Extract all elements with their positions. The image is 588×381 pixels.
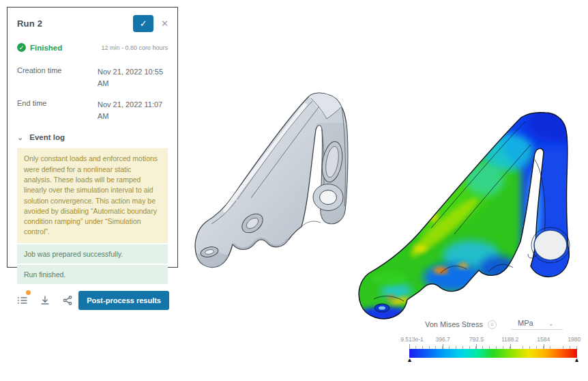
unit-value: MPa: [518, 319, 533, 327]
close-icon: ✕: [161, 18, 168, 29]
tick-label: 396.7: [436, 336, 450, 343]
tick-label: 1584: [537, 336, 550, 343]
event-log-title: Event log: [29, 133, 65, 141]
tick-label: 792.5: [469, 336, 484, 343]
creation-time-value: Nov 21, 2022 10:55 AM: [98, 66, 168, 89]
legend-field-label: Von Mises Stress: [425, 320, 483, 328]
run-duration-label: 12 min - 0.80 core hours: [101, 44, 168, 51]
share-icon: [62, 295, 73, 306]
notification-dot: [26, 290, 31, 295]
tick-label: 9.513e-1: [400, 336, 424, 343]
creation-time-row: Creation time Nov 21, 2022 10:55 AM: [8, 57, 177, 89]
results-model-image: [352, 94, 588, 328]
event-log-toggle[interactable]: ⌄ Event log: [8, 122, 177, 148]
results-lug-hole: [374, 304, 389, 312]
legend-scale: 9.513e-1 396.7 792.5 1188.2 1584 1980 ▲ …: [409, 336, 577, 365]
run-status-row: ✓ Finished 12 min - 0.80 core hours: [8, 38, 177, 52]
colorbar: [409, 349, 577, 358]
chevron-down-icon: ⌄: [548, 322, 554, 325]
results-legend: Von Mises Stress ≡ MPa ⌄ 9.513e-1 396.7 …: [407, 319, 581, 365]
event-log-success-message: Job was prepared successfully.: [17, 244, 168, 264]
event-log-success-message: Run finished.: [17, 265, 168, 284]
range-min-marker[interactable]: ▲: [407, 356, 413, 363]
tick-label: 1980: [568, 336, 580, 343]
share-run-button[interactable]: [62, 295, 73, 306]
legend-ticks: [409, 344, 577, 349]
close-panel-button[interactable]: ✕: [161, 18, 168, 29]
download-icon: [40, 295, 50, 306]
run-log-list-button[interactable]: [17, 295, 28, 306]
tick-label: 1188.2: [501, 336, 518, 343]
run-panel-header: Run 2 ✓ ✕: [8, 8, 177, 38]
cad-leg-ring: [313, 184, 343, 211]
download-results-button[interactable]: [40, 295, 50, 306]
chevron-down-icon: ⌄: [17, 135, 23, 139]
range-max-marker[interactable]: ▲: [574, 356, 580, 363]
check-icon: ✓: [140, 18, 147, 29]
results-leg-hole: [534, 230, 567, 260]
run-panel: Run 2 ✓ ✕ ✓ Finished 12 min - 0.80 core …: [7, 7, 178, 268]
accept-run-button[interactable]: ✓: [133, 15, 153, 32]
event-log-warning-message: Only constant loads and enforced motions…: [17, 148, 168, 243]
viewport-cad-model[interactable]: [191, 63, 368, 290]
end-time-label: End time: [17, 99, 98, 122]
field-options-icon[interactable]: ≡: [488, 320, 497, 329]
legend-tick-labels: 9.513e-1 396.7 792.5 1188.2 1584 1980: [409, 336, 577, 343]
creation-time-label: Creation time: [17, 66, 98, 89]
end-time-value: Nov 21, 2022 11:07 AM: [98, 99, 168, 122]
run-status-label: Finished: [30, 44, 62, 52]
end-time-row: End time Nov 21, 2022 11:07 AM: [8, 89, 177, 122]
viewport-results-model[interactable]: [352, 94, 588, 328]
unit-dropdown[interactable]: MPa ⌄: [511, 319, 563, 330]
run-title: Run 2: [17, 18, 133, 29]
post-process-results-button[interactable]: Post-process results: [78, 291, 169, 310]
list-icon: [17, 295, 28, 306]
finished-check-icon: ✓: [17, 43, 26, 52]
cad-model-image: [191, 63, 368, 290]
unit-underline: [511, 329, 563, 330]
run-panel-footer: Post-process results: [8, 284, 177, 318]
